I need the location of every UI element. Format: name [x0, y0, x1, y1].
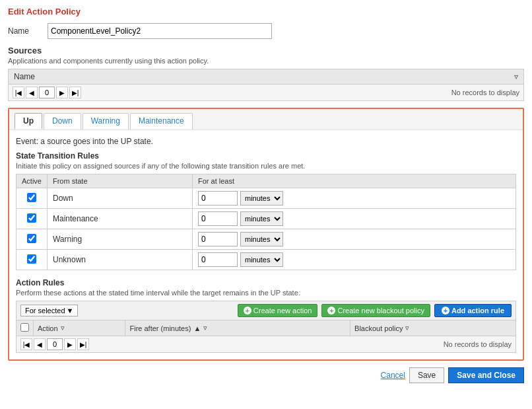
stt-for-down: minutes hours days [192, 188, 515, 209]
stt-unit-down[interactable]: minutes hours days [240, 191, 283, 205]
tab-content: Event: a source goes into the UP state. … [9, 130, 523, 359]
add-rule-plus-icon: + [442, 307, 449, 315]
sources-pagination-controls: |◀ ◀ ▶ ▶| [13, 87, 81, 98]
sources-next-btn[interactable]: ▶ [56, 87, 68, 98]
state-transition-desc: Initiate this policy on assigned sources… [16, 162, 516, 170]
stt-checkbox-maintenance[interactable] [27, 213, 36, 223]
stt-minutes-maintenance[interactable] [198, 211, 238, 226]
blackout-filter-icon[interactable]: ▿ [405, 324, 409, 332]
tab-down[interactable]: Down [44, 113, 81, 130]
tab-up[interactable]: Up [15, 113, 42, 130]
stt-col-from-state: From state [47, 174, 192, 188]
stt-unit-maintenance[interactable]: minutes hours days [240, 211, 283, 226]
stt-col-for-at-least: For at least [192, 174, 515, 188]
action-col-checkbox [17, 320, 34, 336]
sources-pagination-row: |◀ ◀ ▶ ▶| No records to display [9, 85, 523, 100]
action-col-fire-after: Fire after (minutes) ▲ ▿ [125, 320, 350, 336]
stt-minutes-unknown[interactable] [198, 252, 238, 267]
sources-table-header: Name ▿ [9, 69, 523, 85]
action-next-btn[interactable]: ▶ [64, 338, 76, 350]
stt-unit-unknown[interactable]: minutes hours days [240, 252, 283, 267]
action-prev-btn[interactable]: ◀ [34, 338, 46, 350]
stt-from-maintenance: Maintenance [47, 209, 192, 229]
add-action-rule-label: Add action rule [451, 307, 504, 315]
stt-from-unknown: Unknown [47, 250, 192, 270]
action-filter-icon[interactable]: ▿ [61, 324, 65, 332]
stt-row-warning: Warning minutes hours days [17, 229, 516, 250]
action-rules-header: For selected ▼ + Create new action + Cre… [16, 301, 516, 320]
fire-after-filter-icon[interactable]: ▿ [203, 324, 207, 332]
stt-minutes-down[interactable] [198, 191, 238, 205]
action-pagination-controls: |◀ ◀ ▶ ▶| [20, 338, 89, 350]
stt-for-maintenance: minutes hours days [192, 209, 515, 229]
action-rules-table: Action ▿ Fire after (minutes) ▲ ▿ [16, 320, 516, 336]
footer: Cancel Save Save and Close [8, 367, 524, 383]
action-col-blackout-label: Blackout policy [354, 324, 403, 332]
for-selected-button[interactable]: For selected ▼ [20, 305, 78, 316]
stt-col-active: Active [17, 174, 48, 188]
stt-checkbox-warning[interactable] [27, 234, 36, 243]
tabs-container: Up Down Warning Maintenance [9, 109, 523, 130]
sources-section: Sources Applications and components curr… [8, 46, 524, 101]
stt-minutes-warning[interactable] [198, 232, 238, 246]
create-new-blackout-label: Create new blackout policy [337, 307, 424, 315]
action-rules-title: Action Rules [16, 278, 516, 287]
tab-maintenance[interactable]: Maintenance [130, 113, 193, 130]
action-rules-buttons: + Create new action + Create new blackou… [238, 304, 512, 317]
action-first-btn[interactable]: |◀ [20, 338, 32, 350]
action-col-action-label: Action [38, 324, 58, 332]
event-description: Event: a source goes into the UP state. [16, 137, 516, 146]
sources-prev-btn[interactable]: ◀ [26, 87, 38, 98]
save-close-button[interactable]: Save and Close [448, 367, 524, 383]
sources-first-btn[interactable]: |◀ [13, 87, 24, 98]
action-col-fire-after-label: Fire after (minutes) [129, 324, 191, 332]
stt-for-unknown: minutes hours days [192, 250, 515, 270]
create-new-action-label: Create new action [253, 307, 312, 315]
tab-warning[interactable]: Warning [83, 113, 129, 130]
stt-active-maintenance [17, 209, 48, 229]
sources-filter-icon[interactable]: ▿ [514, 72, 518, 81]
sources-last-btn[interactable]: ▶| [69, 87, 81, 98]
name-row: Name [8, 23, 524, 39]
sources-desc: Applications and components currently us… [8, 57, 524, 65]
stt-active-warning [17, 229, 48, 250]
stt-from-warning: Warning [47, 229, 192, 250]
action-page-input[interactable] [47, 338, 63, 350]
page-title: Edit Action Policy [8, 7, 524, 17]
sources-col-name: Name [14, 72, 35, 81]
stt-from-down: Down [47, 188, 192, 209]
sources-page-input[interactable] [39, 87, 55, 98]
save-button[interactable]: Save [409, 367, 444, 383]
sources-no-records: No records to display [451, 89, 519, 96]
for-selected-label: For selected [25, 307, 65, 315]
action-select-all[interactable] [20, 323, 29, 332]
stt-for-warning: minutes hours days [192, 229, 515, 250]
cancel-button[interactable]: Cancel [381, 371, 405, 380]
for-selected-arrow-icon: ▼ [67, 307, 74, 315]
action-rules-desc: Perform these actions at the stated time… [16, 289, 516, 297]
create-new-blackout-button[interactable]: + Create new blackout policy [321, 304, 430, 317]
action-no-records: No records to display [444, 340, 512, 348]
stt-unit-warning[interactable]: minutes hours days [240, 232, 283, 246]
state-transition-table: Active From state For at least Down minu… [16, 174, 516, 270]
create-blackout-plus-icon: + [327, 307, 335, 315]
sources-title: Sources [8, 46, 524, 56]
fire-after-sort-icon[interactable]: ▲ [193, 324, 201, 332]
action-pagination-row: |◀ ◀ ▶ ▶| No records to display [16, 336, 516, 353]
action-last-btn[interactable]: ▶| [77, 338, 89, 350]
stt-checkbox-down[interactable] [27, 193, 36, 202]
stt-active-down [17, 188, 48, 209]
stt-row-maintenance: Maintenance minutes hours days [17, 209, 516, 229]
stt-row-down: Down minutes hours days [17, 188, 516, 209]
create-new-action-button[interactable]: + Create new action [238, 304, 318, 317]
sources-table: Name ▿ |◀ ◀ ▶ ▶| No records to display [8, 69, 524, 101]
stt-row-unknown: Unknown minutes hours days [17, 250, 516, 270]
stt-active-unknown [17, 250, 48, 270]
create-action-plus-icon: + [244, 307, 251, 315]
stt-checkbox-unknown[interactable] [27, 254, 36, 264]
tabbed-panel: Up Down Warning Maintenance Event: a sou… [8, 108, 524, 361]
add-action-rule-button[interactable]: + Add action rule [434, 304, 512, 317]
action-col-blackout: Blackout policy ▿ [350, 320, 516, 336]
name-input[interactable] [48, 23, 272, 39]
action-col-action: Action ▿ [34, 320, 125, 336]
